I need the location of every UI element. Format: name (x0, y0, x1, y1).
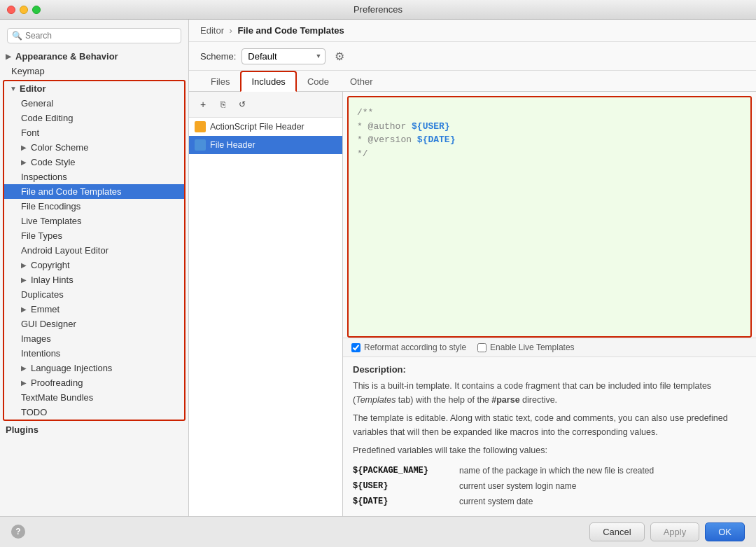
var-row-package: ${PACKAGE_NAME} name of the package in w… (353, 463, 746, 478)
expand-icon (21, 144, 28, 151)
sidebar-item-label: General (21, 98, 53, 109)
sidebar-item-label: Code Editing (21, 113, 73, 123)
scheme-select-wrap[interactable]: Default Project (241, 48, 326, 64)
gear-button[interactable]: ⚙ (331, 48, 348, 64)
sidebar-item-file-types[interactable]: File Types (4, 228, 184, 243)
at-version: @version (368, 134, 412, 145)
sidebar-item-inspections[interactable]: Inspections (4, 169, 184, 184)
sidebar-item-label: Copyright (31, 260, 70, 270)
sidebar-item-label: File Encodings (21, 201, 80, 212)
sidebar-item-label: Plugins (6, 424, 38, 435)
comment-text: * (357, 134, 368, 145)
code-line-3: * @version ${DATE} (357, 133, 742, 147)
sidebar-item-emmet[interactable]: Emmet (4, 302, 184, 317)
sidebar-search[interactable]: 🔍 (7, 28, 181, 43)
breadcrumb: Editor › File and Code Templates (189, 20, 756, 42)
sidebar-item-language-injections[interactable]: Language Injections (4, 361, 184, 375)
sidebar-item-label: Font (21, 127, 39, 138)
sidebar-item-file-encodings[interactable]: File Encodings (4, 199, 184, 214)
breadcrumb-separator: › (230, 25, 232, 36)
template-item-actionscript[interactable]: ActionScript File Header (189, 118, 342, 136)
sidebar-item-code-editing[interactable]: Code Editing (4, 111, 184, 125)
sidebar-item-label: Intentions (21, 348, 60, 359)
sidebar-item-textmate-bundles[interactable]: TextMate Bundles (4, 390, 184, 405)
breadcrumb-prefix: Editor (200, 25, 224, 36)
ok-button[interactable]: OK (705, 522, 745, 541)
sidebar-item-todo[interactable]: TODO (4, 405, 184, 420)
sidebar-item-gui-designer[interactable]: GUI Designer (4, 317, 184, 331)
sidebar-item-label: GUI Designer (21, 319, 76, 329)
reformat-checkbox-label[interactable]: Reformat according to style (351, 342, 466, 352)
sidebar-item-label: Inlay Hints (31, 275, 74, 285)
sidebar-item-inlay-hints[interactable]: Inlay Hints (4, 272, 184, 287)
close-button[interactable] (7, 6, 15, 14)
sidebar-item-proofreading[interactable]: Proofreading (4, 375, 184, 390)
var-user: ${USER} (412, 121, 450, 132)
expand-icon (21, 276, 28, 284)
expand-icon (6, 53, 13, 60)
sidebar-item-label: File and Code Templates (21, 186, 122, 197)
template-item-label: ActionScript File Header (210, 122, 304, 132)
sidebar-item-images[interactable]: Images (4, 331, 184, 346)
live-templates-checkbox[interactable] (477, 343, 486, 352)
scheme-select[interactable]: Default Project (241, 48, 326, 64)
add-template-button[interactable]: + (195, 96, 211, 113)
tab-code[interactable]: Code (297, 71, 340, 91)
code-line-4: */ (357, 147, 742, 161)
minimize-button[interactable] (20, 6, 28, 14)
traffic-lights (7, 6, 41, 14)
sidebar-item-file-and-code-templates[interactable]: File and Code Templates (4, 184, 184, 199)
at-author: @author (368, 121, 407, 132)
live-templates-label: Enable Live Templates (490, 342, 575, 352)
description-text-3: Predefined variables will take the follo… (353, 443, 746, 457)
expand-icon (21, 305, 28, 313)
sidebar-item-intentions[interactable]: Intentions (4, 346, 184, 361)
search-input[interactable] (25, 31, 176, 41)
sidebar-item-plugins[interactable]: Plugins (0, 422, 188, 437)
sidebar-item-label: Android Layout Editor (21, 245, 108, 256)
sidebar-item-live-templates[interactable]: Live Templates (4, 214, 184, 228)
var-desc-user: current user system login name (459, 481, 576, 491)
sidebar-item-editor[interactable]: Editor (4, 81, 184, 96)
content-area: + ⎘ ↺ ActionScript File Header File Head… (189, 92, 756, 516)
sidebar-item-font[interactable]: Font (4, 125, 184, 140)
var-name-package: ${PACKAGE_NAME} (353, 466, 451, 476)
reformat-label: Reformat according to style (364, 342, 466, 352)
maximize-button[interactable] (32, 6, 41, 14)
scheme-row: Scheme: Default Project ⚙ (189, 42, 756, 71)
sidebar-item-label: TODO (21, 407, 47, 417)
comment-text: * (357, 121, 368, 132)
sidebar-item-duplicates[interactable]: Duplicates (4, 287, 184, 302)
sidebar-item-copyright[interactable]: Copyright (4, 258, 184, 272)
code-editor[interactable]: /** * @author ${USER} * @version ${DATE}… (347, 96, 752, 338)
title-bar: Preferences (0, 0, 756, 20)
sidebar-item-label: File Types (21, 230, 62, 241)
expand-icon (10, 85, 17, 92)
tab-other[interactable]: Other (340, 71, 384, 91)
sidebar-item-appearance[interactable]: Appearance & Behavior (0, 49, 188, 64)
tab-files[interactable]: Files (200, 71, 240, 91)
copy-template-button[interactable]: ⎘ (214, 96, 231, 113)
expand-icon (21, 158, 28, 166)
reset-template-button[interactable]: ↺ (234, 96, 251, 113)
sidebar-item-code-style[interactable]: Code Style (4, 155, 184, 169)
template-item-file-header[interactable]: File Header (189, 136, 342, 154)
description-panel: Description: This is a built-in template… (343, 356, 756, 516)
description-title: Description: (353, 364, 746, 375)
sidebar-item-label: Keymap (11, 66, 45, 76)
template-list-panel: + ⎘ ↺ ActionScript File Header File Head… (189, 92, 343, 516)
sidebar-item-general[interactable]: General (4, 96, 184, 111)
var-desc-date: current system date (459, 497, 533, 506)
bottom-bar: ? Cancel Apply OK (0, 516, 756, 547)
apply-button[interactable]: Apply (650, 522, 700, 541)
sidebar-item-keymap[interactable]: Keymap (0, 64, 188, 78)
tab-includes[interactable]: Includes (240, 71, 296, 92)
live-templates-checkbox-label[interactable]: Enable Live Templates (477, 342, 575, 352)
reformat-checkbox[interactable] (351, 343, 360, 352)
sidebar-item-android-layout-editor[interactable]: Android Layout Editor (4, 243, 184, 258)
sidebar-item-label: Appearance & Behavior (15, 51, 118, 62)
breadcrumb-current: File and Code Templates (238, 25, 344, 36)
sidebar-item-color-scheme[interactable]: Color Scheme (4, 140, 184, 155)
cancel-button[interactable]: Cancel (589, 522, 644, 541)
help-button[interactable]: ? (11, 525, 25, 539)
